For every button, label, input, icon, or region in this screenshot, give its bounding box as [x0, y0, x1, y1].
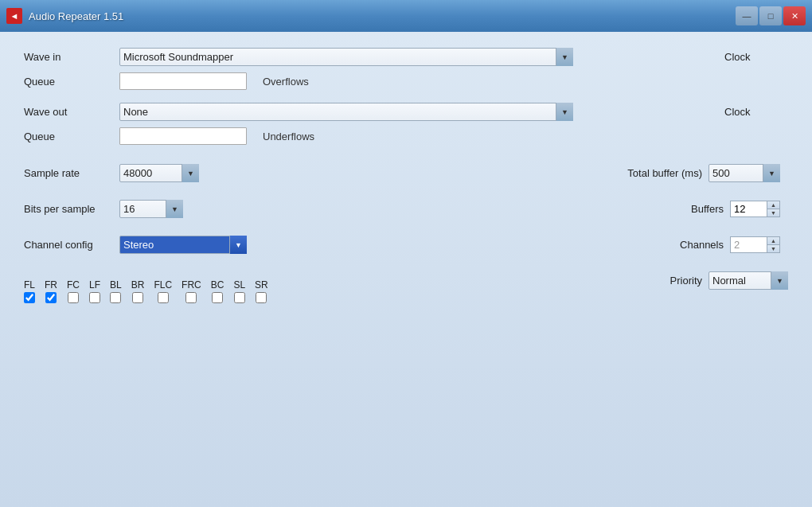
- minimize-button[interactable]: —: [736, 6, 758, 25]
- checkbox-FR-input[interactable]: [45, 292, 57, 303]
- channels-input[interactable]: 2: [731, 237, 767, 252]
- wave-out-label: Wave out: [24, 106, 119, 118]
- checkbox-FLC: FLC: [154, 279, 172, 303]
- overflows-label: Overflows: [263, 76, 309, 88]
- checkbox-FR-label: FR: [45, 279, 57, 291]
- checkbox-SL-label: SL: [233, 279, 245, 291]
- window-controls: — □ ✕: [736, 6, 806, 25]
- wave-in-queue-row: Queue Overflows: [24, 72, 788, 90]
- app-icon: ◄: [6, 8, 22, 24]
- checkbox-FLC-input[interactable]: [158, 292, 169, 303]
- priority-label: Priority: [670, 275, 702, 287]
- bits-per-sample-row: Bits per sample 16 8 24 32 ▼ Buffers 12 …: [24, 200, 788, 218]
- checkbox-BL-label: BL: [110, 279, 122, 291]
- checkbox-SR-label: SR: [255, 279, 268, 291]
- checkbox-FL-label: FL: [24, 279, 35, 291]
- checkbox-FRC-input[interactable]: [185, 292, 197, 303]
- channels-spin-up[interactable]: ▲: [767, 237, 779, 245]
- wave-out-row: Wave out None ▼ Clock: [24, 103, 788, 121]
- checkbox-FLC-label: FLC: [154, 279, 172, 291]
- total-buffer-dropdown-wrapper[interactable]: 500 100 200 1000 2000 ▼: [709, 164, 780, 182]
- bits-per-sample-label: Bits per sample: [24, 203, 119, 215]
- buffers-spinbox[interactable]: 12 ▲ ▼: [730, 201, 780, 217]
- checkbox-SL-input[interactable]: [234, 292, 245, 303]
- wave-out-dropdown-wrapper[interactable]: None ▼: [119, 103, 573, 121]
- wave-in-queue-input[interactable]: [119, 72, 247, 90]
- checkbox-FR: FR: [45, 279, 57, 303]
- total-buffer-select[interactable]: 500 100 200 1000 2000: [709, 164, 780, 182]
- checkbox-FRC-label: FRC: [182, 279, 201, 291]
- bits-per-sample-select[interactable]: 16 8 24 32: [119, 200, 183, 218]
- channels-spin-buttons[interactable]: ▲ ▼: [767, 237, 779, 252]
- buffers-input[interactable]: 12: [731, 201, 767, 216]
- buffers-spin-down[interactable]: ▼: [767, 209, 779, 216]
- sample-rate-row: Sample rate 48000 8000 11025 22050 44100…: [24, 164, 788, 182]
- title-bar: ◄ Audio Repeater 1.51 — □ ✕: [0, 0, 812, 32]
- priority-group: Priority Lowest Low Normal High Highest …: [670, 271, 788, 290]
- main-content: Wave in Microsoft Soundmapper ▼ Clock Qu…: [0, 32, 812, 507]
- buffers-spin-up[interactable]: ▲: [767, 201, 779, 209]
- channels-spin-down[interactable]: ▼: [767, 245, 779, 252]
- close-button[interactable]: ✕: [783, 6, 806, 25]
- maximize-button[interactable]: □: [759, 6, 782, 25]
- wave-out-queue-row: Queue Underflows: [24, 127, 788, 145]
- checkbox-BC-label: BC: [211, 279, 224, 291]
- checkbox-FL-input[interactable]: [24, 292, 35, 303]
- checkbox-LF-label: LF: [89, 279, 100, 291]
- checkbox-FC-input[interactable]: [68, 292, 79, 303]
- checkbox-BC-input[interactable]: [212, 292, 223, 303]
- checkbox-BC: BC: [211, 279, 224, 303]
- channel-config-label: Channel config: [24, 239, 119, 251]
- underflows-label: Underflows: [263, 131, 314, 142]
- channel-checkboxes: FL FR FC LF BL BR: [24, 279, 670, 303]
- wave-in-label: Wave in: [24, 51, 119, 63]
- checkbox-FRC: FRC: [182, 279, 201, 303]
- total-buffer-label: Total buffer (ms): [627, 167, 702, 179]
- channel-config-row: Channel config Mono Stereo 5.1 7.1 ▼ Cha…: [24, 236, 788, 254]
- wave-out-queue-label: Queue: [24, 131, 119, 142]
- buffers-spin-buttons[interactable]: ▲ ▼: [767, 201, 779, 216]
- checkbox-FL: FL: [24, 279, 35, 303]
- checkbox-LF-input[interactable]: [89, 292, 100, 303]
- checkbox-BR: BR: [131, 279, 145, 303]
- priority-dropdown-wrapper[interactable]: Lowest Low Normal High Highest Real-time…: [709, 271, 788, 290]
- wave-out-select[interactable]: None: [119, 103, 573, 121]
- checkbox-BL-input[interactable]: [110, 292, 121, 303]
- checkbox-LF: LF: [89, 279, 100, 303]
- wave-in-dropdown-wrapper[interactable]: Microsoft Soundmapper ▼: [119, 48, 573, 66]
- checkbox-SR-input[interactable]: [256, 292, 267, 303]
- checkbox-BR-label: BR: [131, 279, 145, 291]
- channels-spinbox[interactable]: 2 ▲ ▼: [730, 236, 780, 253]
- wave-out-clock: Clock: [724, 106, 788, 118]
- sample-rate-select[interactable]: 48000 8000 11025 22050 44100 96000: [119, 164, 199, 182]
- checkbox-FC: FC: [67, 279, 80, 303]
- wave-in-select[interactable]: Microsoft Soundmapper: [119, 48, 573, 66]
- wave-out-queue-input[interactable]: [119, 127, 247, 145]
- bits-per-sample-dropdown-wrapper[interactable]: 16 8 24 32 ▼: [119, 200, 183, 218]
- channel-config-dropdown-wrapper[interactable]: Mono Stereo 5.1 7.1 ▼: [119, 236, 247, 254]
- checkbox-SR: SR: [255, 279, 268, 303]
- priority-select[interactable]: Lowest Low Normal High Highest Real-time: [709, 271, 788, 290]
- channels-label: Channels: [680, 239, 724, 251]
- checkbox-SL: SL: [233, 279, 245, 303]
- checkbox-FC-label: FC: [67, 279, 80, 291]
- wave-in-row: Wave in Microsoft Soundmapper ▼ Clock: [24, 48, 788, 66]
- checkbox-BR-input[interactable]: [132, 292, 143, 303]
- channel-config-select[interactable]: Mono Stereo 5.1 7.1: [119, 236, 247, 254]
- wave-in-queue-label: Queue: [24, 76, 119, 88]
- sample-rate-dropdown-wrapper[interactable]: 48000 8000 11025 22050 44100 96000 ▼: [119, 164, 199, 182]
- app-title: Audio Repeater 1.51: [29, 10, 736, 22]
- sample-rate-label: Sample rate: [24, 167, 119, 179]
- buffers-label: Buffers: [691, 203, 724, 215]
- checkboxes-priority-row: FL FR FC LF BL BR: [24, 271, 788, 303]
- wave-in-clock: Clock: [724, 51, 788, 63]
- checkbox-BL: BL: [110, 279, 122, 303]
